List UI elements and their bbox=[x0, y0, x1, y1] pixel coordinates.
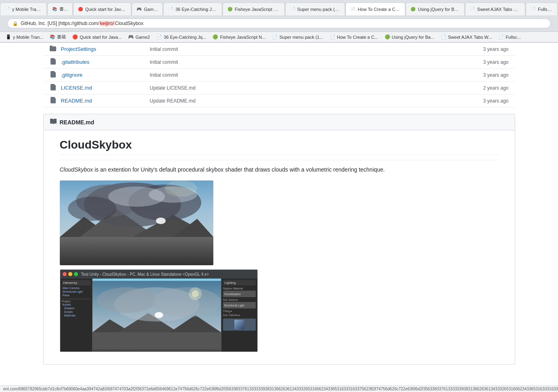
bookmark-36eye[interactable]: 📄 36 Eye-Catching Jq... bbox=[154, 34, 208, 41]
file-commit-projectsettings: Initial commit bbox=[150, 46, 460, 52]
tab-label-11: Fullsc... bbox=[538, 7, 553, 12]
lock-icon: 🔒 bbox=[13, 21, 18, 26]
readme-description-prefix: CloudSkybox bbox=[60, 166, 93, 173]
unity-minimize-dot bbox=[68, 272, 72, 276]
bookmark-howto[interactable]: 📄 How To Create a C... bbox=[327, 34, 381, 41]
unity-maximize-dot bbox=[74, 272, 78, 276]
tab-favicon-2: 📚 bbox=[52, 6, 57, 12]
bookmark-icon-7: 📄 bbox=[272, 34, 278, 40]
bookmark-shozou[interactable]: 📚 書蔵 bbox=[47, 33, 68, 41]
tab-howto[interactable]: 📄 How To Create a Cc... bbox=[345, 2, 405, 15]
bookmark-game2[interactable]: 🎮 Game2 bbox=[126, 34, 152, 41]
tab-supermenu[interactable]: 📄 Super menu pack (1... bbox=[285, 2, 345, 15]
svg-point-21 bbox=[152, 287, 221, 317]
tab-favicon-4: 🎮 bbox=[136, 6, 142, 12]
url-protocol: GitHub, Inc. [US] | bbox=[21, 21, 59, 26]
bookmark-supermenu[interactable]: 📄 Super menu pack (1... bbox=[270, 34, 325, 41]
readme-image-2: Test Unity - CloudSkybox - PC, Mac & Lin… bbox=[60, 269, 258, 352]
file-time-projectsettings: 3 years ago bbox=[460, 46, 509, 52]
bookmark-ajax[interactable]: 📄 Sweet AJAX Tabs W... bbox=[438, 34, 495, 41]
file-time-readme: 3 years ago bbox=[460, 98, 509, 104]
svg-point-20 bbox=[97, 287, 156, 313]
table-row: .gitattributes Initial commit 3 years ag… bbox=[43, 56, 515, 69]
file-commit-gitattributes: Initial commit bbox=[150, 59, 460, 65]
file-name-license[interactable]: LICENSE.md bbox=[61, 85, 142, 91]
bookmark-fisheye[interactable]: 🟢 Fisheye JavaScript N... bbox=[210, 34, 268, 41]
tab-game2[interactable]: 🎮 Game2 bbox=[132, 2, 163, 15]
address-bar-row: 🔒 GitHub, Inc. [US] | https://github.com… bbox=[0, 15, 558, 32]
tab-favicon-11: 📄 bbox=[530, 6, 536, 12]
file-time-gitignore: 3 years ago bbox=[460, 72, 509, 78]
table-row: LICENSE.md Update LICENSE.md 2 years ago bbox=[43, 82, 515, 94]
tab-favicon-10: 📄 bbox=[470, 6, 475, 12]
tab-quickstart[interactable]: 🔴 Quick start for Java... bbox=[73, 2, 132, 15]
bookmark-icon-9: 🟢 bbox=[385, 34, 390, 40]
bookmarks-bar: 📱 y Mobile Tran... 📚 書蔵 🔴 Quick start fo… bbox=[0, 32, 558, 42]
tab-ajax[interactable]: 📄 Sweet AJAX Tabs W... bbox=[465, 2, 525, 15]
tab-favicon-3: 🔴 bbox=[78, 6, 83, 12]
tab-label-7: Super menu pack (1... bbox=[297, 7, 341, 12]
tab-fisheye[interactable]: 🟢 Fisheye JavaScript N... bbox=[223, 2, 285, 15]
bookmark-label-10: Sweet AJAX Tabs W... bbox=[448, 35, 492, 40]
readme-book-icon bbox=[50, 118, 57, 126]
bookmark-fullsc[interactable]: 📄 Fullsc... bbox=[496, 34, 523, 41]
tab-mobile-trans[interactable]: 📄 y Mobile Tran... bbox=[0, 2, 47, 15]
bookmark-icon-2: 📚 bbox=[50, 34, 55, 40]
tab-label-5: 36 Eye-Catching Jq... bbox=[175, 7, 218, 12]
main-container: ProjectSettings Initial commit 3 years a… bbox=[37, 43, 522, 365]
url-path-rest: CloudSkybox bbox=[115, 21, 143, 26]
url-domain: https://github.com/ bbox=[59, 21, 99, 26]
tab-label-9: Using jQuery for Ba... bbox=[418, 7, 460, 12]
bookmark-icon-11: 📄 bbox=[498, 34, 504, 40]
unity-titlebar: Test Unity - CloudSkybox - PC, Mac & Lin… bbox=[60, 270, 257, 279]
tab-36eye[interactable]: 📄 36 Eye-Catching Jq... bbox=[163, 2, 222, 15]
file-time-license: 2 years ago bbox=[460, 85, 509, 91]
file-name-readme[interactable]: README.md bbox=[61, 98, 142, 104]
svg-rect-15 bbox=[93, 332, 221, 349]
address-bar[interactable]: 🔒 GitHub, Inc. [US] | https://github.com… bbox=[7, 19, 551, 28]
tab-label-10: Sweet AJAX Tabs W... bbox=[477, 7, 521, 12]
bookmark-label-2: 書蔵 bbox=[57, 34, 66, 40]
svg-point-12 bbox=[156, 218, 166, 224]
readme-header-title: README.md bbox=[60, 119, 95, 126]
readme-description-rest: is an extention for Unity's default proc… bbox=[93, 166, 385, 173]
file-name-gitattributes[interactable]: .gitattributes bbox=[61, 59, 142, 65]
bookmark-icon-8: 📄 bbox=[330, 34, 335, 40]
unity-viewport bbox=[93, 279, 221, 352]
bookmark-quickstart[interactable]: 🔴 Quick start for Java... bbox=[70, 34, 124, 41]
tab-shozou[interactable]: 📚 書蔵 bbox=[47, 2, 73, 15]
unity-content: Hierarchy Main Camera Directional Light … bbox=[60, 279, 257, 352]
unity-close-dot bbox=[63, 272, 67, 276]
tab-jquery[interactable]: 🟢 Using jQuery for Ba... bbox=[406, 2, 465, 15]
table-row: ProjectSettings Initial commit 3 years a… bbox=[43, 43, 515, 56]
url-path-highlight: keijiro/ bbox=[99, 21, 115, 26]
tab-label-6: Fisheye JavaScript N... bbox=[235, 7, 280, 12]
bookmark-mobile-trans[interactable]: 📱 y Mobile Tran... bbox=[3, 34, 46, 41]
bookmark-label-9: Using jQuery for Ba... bbox=[392, 35, 434, 40]
table-row: .gitignore Initial commit 3 years ago bbox=[43, 69, 515, 82]
bookmark-icon-10: 📄 bbox=[441, 34, 446, 40]
file-icon-gitattributes bbox=[50, 58, 58, 66]
tab-favicon-1: 📄 bbox=[4, 6, 10, 12]
bookmark-jquery[interactable]: 🟢 Using jQuery for Ba... bbox=[382, 34, 437, 41]
readme-title: CloudSkybox bbox=[60, 138, 499, 155]
tab-fullsc[interactable]: 📄 Fullsc... bbox=[526, 2, 558, 15]
unity-inspector: Lighting Skybox Material CloudSkybox Sun… bbox=[221, 279, 257, 352]
tab-favicon-6: 🟢 bbox=[227, 6, 233, 12]
bookmark-label-5: 36 Eye-Catching Jq... bbox=[164, 35, 206, 40]
file-icon-readme bbox=[50, 97, 58, 105]
file-name-gitignore[interactable]: .gitignore bbox=[61, 72, 142, 78]
bookmark-icon-4: 🎮 bbox=[128, 34, 134, 40]
file-icon-license bbox=[50, 84, 58, 92]
tab-label-3: Quick start for Java... bbox=[85, 7, 127, 12]
browser-chrome: 📄 y Mobile Tran... 📚 書蔵 🔴 Quick start fo… bbox=[0, 0, 558, 43]
file-commit-gitignore: Initial commit bbox=[150, 72, 460, 78]
unity-window-controls bbox=[63, 272, 78, 276]
file-name-projectsettings[interactable]: ProjectSettings bbox=[61, 46, 142, 52]
file-icon-gitignore bbox=[50, 71, 58, 79]
folder-icon bbox=[50, 45, 58, 53]
bookmark-label-8: How To Create a C... bbox=[337, 35, 378, 40]
tab-label-8: How To Create a Cc... bbox=[358, 7, 401, 12]
readme-image-1 bbox=[60, 180, 213, 265]
bookmark-label-4: Game2 bbox=[135, 35, 150, 40]
